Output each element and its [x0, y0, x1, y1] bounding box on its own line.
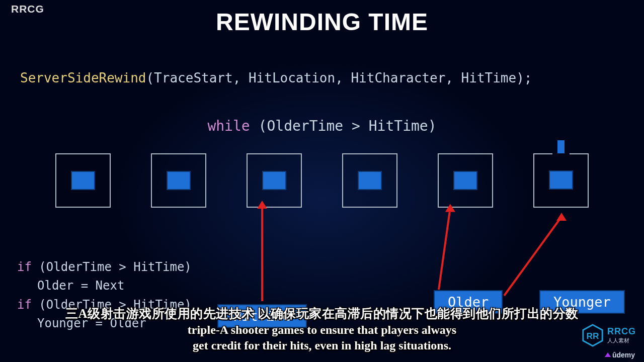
hex-logo-icon: RR	[581, 324, 604, 347]
platform-badge: ûdemy	[605, 351, 635, 359]
arrow-hittime	[261, 209, 263, 301]
subtitle-cn: 三A级射击游戏所使用的先进技术 以确保玩家在高滞后的情况下也能得到他们所打出的分…	[0, 305, 644, 322]
code-line-while: while (OlderTime > HitTime)	[0, 118, 644, 134]
logo-sub: 人人素材	[607, 337, 636, 344]
frame-box	[55, 153, 111, 208]
frame-inner	[167, 171, 191, 190]
slide-title: REWINDING TIME	[0, 8, 644, 36]
while-keyword: while	[207, 118, 250, 134]
subtitle-en2: get credit for their hits, even in high …	[0, 338, 644, 353]
frame-inner	[71, 171, 95, 190]
frame-box	[247, 153, 302, 208]
frame-inner	[262, 171, 286, 190]
svg-text:RR: RR	[587, 331, 599, 341]
subtitle-en1: triple-A shooter games to ensure that pl…	[0, 323, 644, 337]
while-cond: OlderTime > HitTime	[267, 118, 428, 134]
code-assign-older: Older = Next	[17, 277, 192, 295]
arrow-older	[438, 212, 451, 290]
subtitle-overlay: 三A级射击游戏所使用的先进技术 以确保玩家在高滞后的情况下也能得到他们所打出的分…	[0, 305, 644, 353]
if-keyword: if	[17, 260, 32, 274]
frame-box	[151, 153, 206, 208]
frame-inner	[549, 170, 573, 190]
code-line-function-call: ServerSideRewind(TraceStart, HitLocation…	[20, 70, 634, 85]
frame-box-younger	[533, 153, 589, 208]
frame-box	[438, 153, 493, 208]
frame-row	[0, 153, 644, 208]
frame-handle	[557, 140, 565, 153]
func-args: TraceStart, HitLocation, HitCharacter, H…	[154, 70, 516, 85]
if-cond-1: OlderTime > HitTime	[46, 260, 185, 274]
func-name: ServerSideRewind	[20, 70, 146, 85]
frame-box	[342, 153, 397, 208]
logo-bottomright: RR RRCG 人人素材	[581, 324, 636, 347]
arrow-younger	[503, 219, 560, 296]
frame-inner	[358, 171, 382, 190]
frame-inner	[453, 171, 477, 190]
logo-text: RRCG	[607, 326, 636, 337]
